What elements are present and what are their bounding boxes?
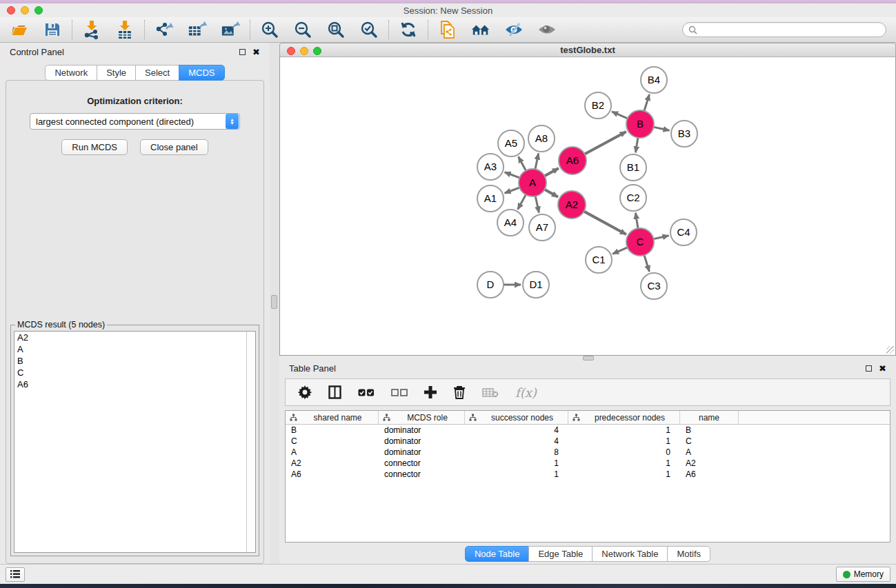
save-session-icon[interactable] xyxy=(43,20,62,39)
horizontal-splitter[interactable] xyxy=(279,356,896,359)
node-C1[interactable]: C1 xyxy=(586,247,612,273)
scrollbar[interactable] xyxy=(246,332,255,552)
refresh-icon[interactable] xyxy=(399,20,418,39)
close-panel-button[interactable]: Close panel xyxy=(140,139,208,155)
column-header-successor-nodes[interactable]: successor nodes xyxy=(465,411,568,424)
tab-motifs[interactable]: Motifs xyxy=(667,546,710,562)
export-image-icon[interactable] xyxy=(221,20,240,39)
node-C3[interactable]: C3 xyxy=(641,273,667,299)
splitter-handle[interactable] xyxy=(271,295,277,309)
edge-B-B2[interactable] xyxy=(612,112,628,119)
node-A4[interactable]: A4 xyxy=(497,210,524,236)
column-header-shared-name[interactable]: shared name xyxy=(286,411,379,424)
float-panel-icon[interactable] xyxy=(239,49,246,55)
node-A1[interactable]: A1 xyxy=(477,185,504,212)
column-header-MCDS-role[interactable]: MCDS role xyxy=(379,411,465,424)
zoom-in-icon[interactable] xyxy=(260,20,279,39)
session-icon[interactable] xyxy=(438,20,457,39)
result-item[interactable]: B xyxy=(14,355,255,367)
edge-C-C3[interactable] xyxy=(644,254,649,272)
import-table-icon[interactable] xyxy=(115,20,135,39)
node-A8[interactable]: A8 xyxy=(528,125,555,152)
edge-B-B1[interactable] xyxy=(635,136,638,152)
criterion-dropdown[interactable]: largest connected component (directed) ▲… xyxy=(30,113,240,130)
memory-button[interactable]: Memory xyxy=(836,567,890,582)
node-D1[interactable]: D1 xyxy=(523,272,549,298)
edge-A-A5[interactable] xyxy=(519,156,527,172)
resize-grip[interactable] xyxy=(886,346,894,354)
edge-C-C2[interactable] xyxy=(635,213,638,230)
edge-A-A3[interactable] xyxy=(505,172,521,179)
table-row[interactable]: A2connector11A2 xyxy=(286,458,890,469)
export-table-icon[interactable] xyxy=(188,20,207,39)
edge-C-C4[interactable] xyxy=(653,236,669,239)
node-B1[interactable]: B1 xyxy=(620,154,646,181)
minimize-window-icon[interactable] xyxy=(21,6,29,14)
deselect-all-icon[interactable] xyxy=(391,388,408,397)
tab-mcds[interactable]: MCDS xyxy=(179,65,224,81)
node-B3[interactable]: B3 xyxy=(671,121,697,147)
edge-A-A1[interactable] xyxy=(505,187,521,193)
network-graph[interactable]: B4B2BB3A5A8A6A3B1AA1C2A2A4A7CC4C1C3DD1 xyxy=(280,57,895,352)
node-C4[interactable]: C4 xyxy=(670,219,697,245)
delete-table-icon[interactable] xyxy=(482,387,499,398)
select-all-icon[interactable] xyxy=(358,388,375,397)
node-D[interactable]: D xyxy=(477,272,504,298)
maximize-window-icon[interactable] xyxy=(34,6,43,14)
export-network-icon[interactable] xyxy=(155,20,174,39)
node-A6[interactable]: A6 xyxy=(559,147,586,174)
edge-A-A4[interactable] xyxy=(518,194,527,210)
edge-C-C1[interactable] xyxy=(613,247,628,254)
result-item[interactable]: A xyxy=(14,343,255,355)
edge-B-B3[interactable] xyxy=(653,127,670,130)
edge-B-B4[interactable] xyxy=(644,94,649,112)
node-A3[interactable]: A3 xyxy=(477,154,504,180)
tab-style[interactable]: Style xyxy=(97,65,136,81)
result-item[interactable]: A6 xyxy=(14,378,255,390)
node-A[interactable]: A xyxy=(519,169,546,196)
network-canvas[interactable]: B4B2BB3A5A8A6A3B1AA1C2A2A4A7CC4C1C3DD1 xyxy=(279,57,896,356)
column-panel-icon[interactable] xyxy=(328,385,341,399)
zoom-out-icon[interactable] xyxy=(293,20,312,39)
vertical-splitter[interactable] xyxy=(270,43,279,564)
network-window-titlebar[interactable]: testGlobe.txt xyxy=(279,43,896,57)
search-input[interactable] xyxy=(701,25,880,34)
tab-select[interactable]: Select xyxy=(135,65,179,81)
result-item[interactable]: A2 xyxy=(14,332,255,343)
edge-A-A7[interactable] xyxy=(535,195,539,213)
minimize-view-icon[interactable] xyxy=(300,47,308,55)
table-row[interactable]: Adominator80A xyxy=(286,447,890,458)
zoom-selected-icon[interactable] xyxy=(359,20,379,39)
task-history-button[interactable] xyxy=(6,567,25,582)
function-builder-icon[interactable]: f(x) xyxy=(515,385,537,400)
edge-A6-B[interactable] xyxy=(584,132,626,154)
result-item[interactable]: C xyxy=(14,367,255,378)
edge-A-A6[interactable] xyxy=(544,168,559,176)
node-B[interactable]: B xyxy=(626,110,654,138)
node-A7[interactable]: A7 xyxy=(529,214,555,241)
table-settings-icon[interactable] xyxy=(298,385,312,399)
node-C2[interactable]: C2 xyxy=(620,185,646,211)
close-view-icon[interactable] xyxy=(287,47,295,55)
zoom-fit-icon[interactable] xyxy=(326,20,346,39)
table-row[interactable]: Cdominator41C xyxy=(286,436,890,447)
node-A5[interactable]: A5 xyxy=(498,130,524,156)
column-header-name[interactable]: name xyxy=(680,411,739,424)
open-file-icon[interactable] xyxy=(10,20,29,39)
node-A2[interactable]: A2 xyxy=(558,191,586,219)
mcds-result-list[interactable]: A2ABCA6 xyxy=(14,331,256,553)
add-column-icon[interactable] xyxy=(424,386,437,398)
close-panel-icon[interactable]: ✖ xyxy=(879,364,886,373)
edge-A2-C[interactable] xyxy=(583,211,626,234)
node-B4[interactable]: B4 xyxy=(641,67,667,93)
tab-node-table[interactable]: Node Table xyxy=(465,546,530,562)
run-mcds-button[interactable]: Run MCDS xyxy=(61,139,128,155)
tab-edge-table[interactable]: Edge Table xyxy=(528,546,593,562)
close-window-icon[interactable] xyxy=(7,6,15,14)
node-C[interactable]: C xyxy=(626,228,654,256)
table-row[interactable]: A6connector11A6 xyxy=(286,469,890,480)
hide-panel-icon[interactable] xyxy=(504,20,524,39)
import-network-icon[interactable] xyxy=(82,20,101,39)
close-panel-icon[interactable]: ✖ xyxy=(252,48,260,57)
maximize-view-icon[interactable] xyxy=(313,47,321,55)
